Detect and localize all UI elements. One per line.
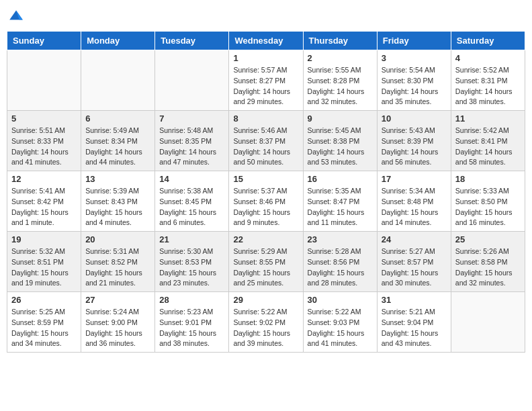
day-info: Sunrise: 5:29 AM Sunset: 8:55 PM Dayligh…: [233, 246, 298, 289]
day-info: Sunrise: 5:38 AM Sunset: 8:45 PM Dayligh…: [159, 186, 224, 228]
header-day-sunday: Sunday: [7, 32, 81, 50]
day-info: Sunrise: 5:46 AM Sunset: 8:37 PM Dayligh…: [233, 126, 298, 168]
calendar-day-cell: 3Sunrise: 5:54 AM Sunset: 8:30 PM Daylig…: [377, 50, 451, 111]
calendar-day-cell: 12Sunrise: 5:41 AM Sunset: 8:42 PM Dayli…: [7, 171, 81, 232]
header-day-monday: Monday: [81, 32, 155, 50]
day-info: Sunrise: 5:42 AM Sunset: 8:41 PM Dayligh…: [455, 126, 521, 168]
calendar-day-cell: 23Sunrise: 5:28 AM Sunset: 8:56 PM Dayli…: [303, 232, 377, 292]
day-info: Sunrise: 5:33 AM Sunset: 8:50 PM Dayligh…: [455, 186, 521, 228]
day-info: Sunrise: 5:45 AM Sunset: 8:38 PM Dayligh…: [308, 126, 373, 168]
calendar-day-cell: 19Sunrise: 5:32 AM Sunset: 8:51 PM Dayli…: [7, 232, 81, 292]
day-number: 21: [159, 234, 224, 244]
logo-icon: [7, 7, 26, 26]
day-info: Sunrise: 5:30 AM Sunset: 8:53 PM Dayligh…: [159, 246, 224, 289]
calendar-day-cell: 25Sunrise: 5:26 AM Sunset: 8:58 PM Dayli…: [451, 232, 525, 292]
day-info: Sunrise: 5:48 AM Sunset: 8:35 PM Dayligh…: [159, 126, 224, 168]
header-day-saturday: Saturday: [451, 32, 525, 50]
calendar-week-row: 12Sunrise: 5:41 AM Sunset: 8:42 PM Dayli…: [7, 171, 525, 232]
day-number: 9: [308, 113, 373, 124]
day-number: 7: [159, 113, 224, 124]
day-number: 27: [85, 295, 150, 305]
calendar-day-cell: 5Sunrise: 5:51 AM Sunset: 8:33 PM Daylig…: [7, 111, 81, 171]
day-info: Sunrise: 5:26 AM Sunset: 8:58 PM Dayligh…: [455, 246, 521, 289]
day-number: 26: [11, 295, 77, 305]
calendar-day-cell: 30Sunrise: 5:22 AM Sunset: 9:03 PM Dayli…: [303, 292, 377, 353]
calendar-table: SundayMondayTuesdayWednesdayThursdayFrid…: [7, 31, 525, 353]
calendar-day-cell: 14Sunrise: 5:38 AM Sunset: 8:45 PM Dayli…: [155, 171, 229, 232]
calendar-week-row: 1Sunrise: 5:57 AM Sunset: 8:27 PM Daylig…: [7, 50, 525, 111]
day-info: Sunrise: 5:27 AM Sunset: 8:57 PM Dayligh…: [382, 246, 447, 289]
day-info: Sunrise: 5:32 AM Sunset: 8:51 PM Dayligh…: [11, 246, 77, 289]
calendar-day-cell: 1Sunrise: 5:57 AM Sunset: 8:27 PM Daylig…: [229, 50, 303, 111]
calendar-day-cell: [451, 292, 525, 353]
header-day-tuesday: Tuesday: [155, 32, 229, 50]
calendar-day-cell: 8Sunrise: 5:46 AM Sunset: 8:37 PM Daylig…: [229, 111, 303, 171]
day-number: 17: [382, 174, 447, 184]
day-info: Sunrise: 5:25 AM Sunset: 8:59 PM Dayligh…: [11, 307, 77, 349]
day-info: Sunrise: 5:55 AM Sunset: 8:28 PM Dayligh…: [308, 65, 373, 107]
calendar-day-cell: 18Sunrise: 5:33 AM Sunset: 8:50 PM Dayli…: [451, 171, 525, 232]
day-number: 24: [382, 234, 447, 244]
calendar-day-cell: 2Sunrise: 5:55 AM Sunset: 8:28 PM Daylig…: [303, 50, 377, 111]
day-number: 19: [11, 234, 77, 244]
day-number: 25: [455, 234, 521, 244]
day-info: Sunrise: 5:35 AM Sunset: 8:47 PM Dayligh…: [308, 186, 373, 228]
calendar-day-cell: 4Sunrise: 5:52 AM Sunset: 8:31 PM Daylig…: [451, 50, 525, 111]
day-number: 11: [455, 113, 521, 124]
day-info: Sunrise: 5:54 AM Sunset: 8:30 PM Dayligh…: [382, 65, 447, 107]
calendar-day-cell: 15Sunrise: 5:37 AM Sunset: 8:46 PM Dayli…: [229, 171, 303, 232]
day-info: Sunrise: 5:41 AM Sunset: 8:42 PM Dayligh…: [11, 186, 77, 228]
page-header: [7, 7, 525, 26]
calendar-day-cell: 13Sunrise: 5:39 AM Sunset: 8:43 PM Dayli…: [81, 171, 155, 232]
day-number: 28: [159, 295, 224, 305]
calendar-day-cell: 29Sunrise: 5:22 AM Sunset: 9:02 PM Dayli…: [229, 292, 303, 353]
logo: [7, 7, 28, 26]
day-info: Sunrise: 5:57 AM Sunset: 8:27 PM Dayligh…: [233, 65, 298, 107]
day-number: 30: [308, 295, 373, 305]
day-info: Sunrise: 5:49 AM Sunset: 8:34 PM Dayligh…: [85, 126, 150, 168]
calendar-day-cell: 7Sunrise: 5:48 AM Sunset: 8:35 PM Daylig…: [155, 111, 229, 171]
header-day-thursday: Thursday: [303, 32, 377, 50]
day-info: Sunrise: 5:51 AM Sunset: 8:33 PM Dayligh…: [11, 126, 77, 168]
day-info: Sunrise: 5:22 AM Sunset: 9:03 PM Dayligh…: [308, 307, 373, 349]
day-info: Sunrise: 5:43 AM Sunset: 8:39 PM Dayligh…: [382, 126, 447, 168]
calendar-day-cell: [81, 50, 155, 111]
day-number: 4: [455, 53, 521, 63]
calendar-day-cell: 24Sunrise: 5:27 AM Sunset: 8:57 PM Dayli…: [377, 232, 451, 292]
calendar-header-row: SundayMondayTuesdayWednesdayThursdayFrid…: [7, 32, 525, 50]
calendar-day-cell: 9Sunrise: 5:45 AM Sunset: 8:38 PM Daylig…: [303, 111, 377, 171]
calendar-week-row: 5Sunrise: 5:51 AM Sunset: 8:33 PM Daylig…: [7, 111, 525, 171]
calendar-day-cell: 31Sunrise: 5:21 AM Sunset: 9:04 PM Dayli…: [377, 292, 451, 353]
calendar-day-cell: 17Sunrise: 5:34 AM Sunset: 8:48 PM Dayli…: [377, 171, 451, 232]
day-number: 31: [382, 295, 447, 305]
day-number: 2: [308, 53, 373, 63]
day-info: Sunrise: 5:21 AM Sunset: 9:04 PM Dayligh…: [382, 307, 447, 349]
day-number: 18: [455, 174, 521, 184]
calendar-day-cell: 16Sunrise: 5:35 AM Sunset: 8:47 PM Dayli…: [303, 171, 377, 232]
day-number: 13: [85, 174, 150, 184]
calendar-day-cell: 10Sunrise: 5:43 AM Sunset: 8:39 PM Dayli…: [377, 111, 451, 171]
calendar-week-row: 26Sunrise: 5:25 AM Sunset: 8:59 PM Dayli…: [7, 292, 525, 353]
day-info: Sunrise: 5:31 AM Sunset: 8:52 PM Dayligh…: [85, 246, 150, 289]
header-day-wednesday: Wednesday: [229, 32, 303, 50]
calendar-day-cell: [155, 50, 229, 111]
day-number: 14: [159, 174, 224, 184]
calendar-day-cell: [7, 50, 81, 111]
header-day-friday: Friday: [377, 32, 451, 50]
day-info: Sunrise: 5:52 AM Sunset: 8:31 PM Dayligh…: [455, 65, 521, 107]
calendar-day-cell: 6Sunrise: 5:49 AM Sunset: 8:34 PM Daylig…: [81, 111, 155, 171]
day-number: 16: [308, 174, 373, 184]
day-number: 23: [308, 234, 373, 244]
day-info: Sunrise: 5:24 AM Sunset: 9:00 PM Dayligh…: [85, 307, 150, 349]
calendar-day-cell: 27Sunrise: 5:24 AM Sunset: 9:00 PM Dayli…: [81, 292, 155, 353]
day-number: 12: [11, 174, 77, 184]
calendar-day-cell: 21Sunrise: 5:30 AM Sunset: 8:53 PM Dayli…: [155, 232, 229, 292]
calendar-day-cell: 11Sunrise: 5:42 AM Sunset: 8:41 PM Dayli…: [451, 111, 525, 171]
day-info: Sunrise: 5:23 AM Sunset: 9:01 PM Dayligh…: [159, 307, 224, 349]
day-number: 5: [11, 113, 77, 124]
day-number: 1: [233, 53, 298, 63]
calendar-day-cell: 22Sunrise: 5:29 AM Sunset: 8:55 PM Dayli…: [229, 232, 303, 292]
day-number: 10: [382, 113, 447, 124]
calendar-day-cell: 20Sunrise: 5:31 AM Sunset: 8:52 PM Dayli…: [81, 232, 155, 292]
day-info: Sunrise: 5:34 AM Sunset: 8:48 PM Dayligh…: [382, 186, 447, 228]
